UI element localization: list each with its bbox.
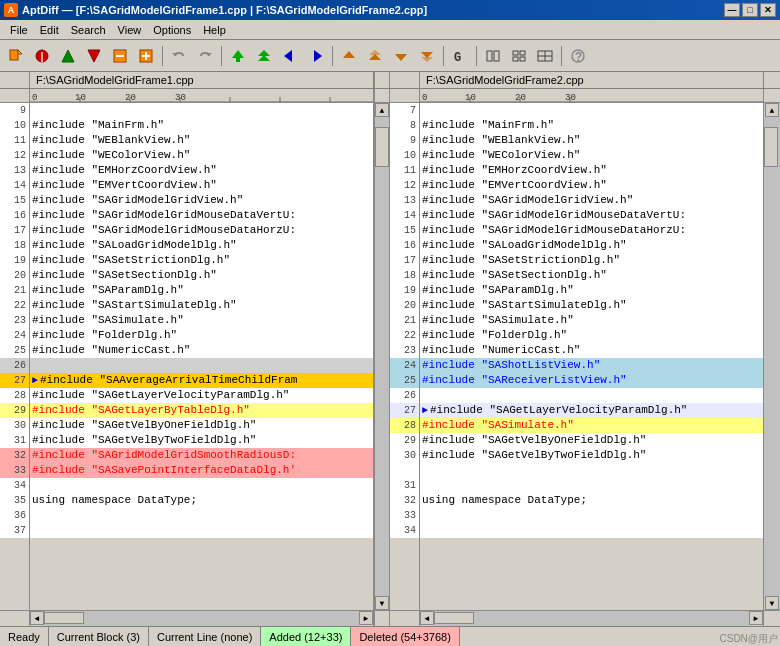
toolbar-btn-4[interactable] <box>82 44 106 68</box>
svg-text:20: 20 <box>515 93 526 102</box>
code-line: #include "SASimulate.h" <box>420 418 763 433</box>
toolbar-btn-5[interactable] <box>108 44 132 68</box>
line-num: 34 <box>390 523 419 538</box>
code-line: #include "SAGridModelGridMouseDataHorzU: <box>30 223 373 238</box>
left-hscroll[interactable]: ◄ ► <box>30 611 374 626</box>
line-num: 28 <box>390 418 419 433</box>
toolbar-view2[interactable] <box>507 44 531 68</box>
toolbar-btn-2[interactable]: | <box>30 44 54 68</box>
toolbar-btn-1[interactable] <box>4 44 28 68</box>
toolbar-up3[interactable] <box>337 44 361 68</box>
toolbar-up4[interactable] <box>363 44 387 68</box>
toolbar-help[interactable]: ? <box>566 44 590 68</box>
line-num <box>390 463 419 478</box>
right-scrollbar[interactable]: ▲ ▼ <box>764 103 780 610</box>
maximize-button[interactable]: □ <box>742 3 758 17</box>
close-button[interactable]: ✕ <box>760 3 776 17</box>
toolbar-down1[interactable] <box>389 44 413 68</box>
code-line: #include "SAGridModelGridMouseDataVertU: <box>30 208 373 223</box>
svg-marker-24 <box>421 57 433 62</box>
scroll-up-btn[interactable]: ▲ <box>375 103 389 117</box>
status-bar: Ready Current Block (3) Current Line (no… <box>0 626 780 646</box>
line-num: 11 <box>390 163 419 178</box>
toolbar-redo[interactable] <box>193 44 217 68</box>
menu-bar: File Edit Search View Options Help <box>0 20 780 40</box>
line-num: 23 <box>390 343 419 358</box>
code-line: #include "SASetStrictionDlg.h" <box>30 253 373 268</box>
toolbar-view3[interactable] <box>533 44 557 68</box>
toolbar-down2[interactable] <box>415 44 439 68</box>
right-hscroll-thumb[interactable] <box>434 612 474 624</box>
menu-help[interactable]: Help <box>197 20 232 39</box>
svg-text:0: 0 <box>32 93 37 102</box>
code-line: #include "EMVertCoordView.h" <box>30 178 373 193</box>
line-num: 18 <box>0 238 29 253</box>
line-num: 21 <box>0 283 29 298</box>
code-line: #include "NumericCast.h" <box>30 343 373 358</box>
left-hscroll-left[interactable]: ◄ <box>30 611 44 625</box>
toolbar-right[interactable] <box>304 44 328 68</box>
svg-rect-26 <box>487 51 492 61</box>
code-line: #include "EMVertCoordView.h" <box>420 178 763 193</box>
left-ruler: 0 10 20 30 <box>30 89 373 102</box>
right-hscroll[interactable]: ◄ ► <box>420 611 764 626</box>
toolbar-sep-6 <box>561 46 562 66</box>
svg-marker-11 <box>172 53 178 56</box>
code-line: #include "SAGridModelGridMouseDataVertU: <box>420 208 763 223</box>
menu-options[interactable]: Options <box>147 20 197 39</box>
line-num: 7 <box>390 103 419 118</box>
code-line: #include "FolderDlg.h" <box>30 328 373 343</box>
code-line: using namespace DataType; <box>30 493 373 508</box>
toolbar-btn-3[interactable] <box>56 44 80 68</box>
toolbar-btn-6[interactable] <box>134 44 158 68</box>
toolbar-view1[interactable] <box>481 44 505 68</box>
left-hscroll-right[interactable]: ► <box>359 611 373 625</box>
scroll-thumb[interactable] <box>375 127 389 167</box>
status-block: Current Block (3) <box>49 627 149 646</box>
title-text: AptDiff — [F:\SAGridModelGridFrame1.cpp … <box>22 4 427 16</box>
menu-search[interactable]: Search <box>65 20 112 39</box>
code-line: #include "SALoadGridModelDlg.h" <box>420 238 763 253</box>
line-num: 30 <box>0 418 29 433</box>
toolbar-undo[interactable] <box>167 44 191 68</box>
code-line: #include "SAGridModelGridView.h" <box>30 193 373 208</box>
line-num: 15 <box>0 193 29 208</box>
scroll-down-btn[interactable]: ▼ <box>375 596 389 610</box>
right-scroll-down-btn[interactable]: ▼ <box>765 596 779 610</box>
code-line: #include "SASimulate.h" <box>420 313 763 328</box>
right-scroll-thumb[interactable] <box>764 127 778 167</box>
right-hscroll-right[interactable]: ► <box>749 611 763 625</box>
line-num: 32 <box>390 493 419 508</box>
left-code-pane[interactable]: #include "MainFrm.h"#include "WEBlankVie… <box>30 103 374 610</box>
right-code-pane[interactable]: #include "MainFrm.h"#include "WEBlankVie… <box>420 103 764 610</box>
toolbar-up2[interactable] <box>252 44 276 68</box>
line-num: 19 <box>0 253 29 268</box>
minimize-button[interactable]: — <box>724 3 740 17</box>
code-line: #include "EMHorzCoordView.h" <box>30 163 373 178</box>
line-num: 19 <box>390 283 419 298</box>
line-num: 35 <box>0 493 29 508</box>
line-num: 26 <box>390 388 419 403</box>
code-line: #include "MainFrm.h" <box>420 118 763 133</box>
toolbar-up1[interactable] <box>226 44 250 68</box>
right-scroll-up-btn[interactable]: ▲ <box>765 103 779 117</box>
line-num: 14 <box>390 208 419 223</box>
toolbar-goto[interactable]: G <box>448 44 472 68</box>
left-hscroll-thumb[interactable] <box>44 612 84 624</box>
svg-marker-4 <box>62 50 74 62</box>
center-scrollbar[interactable]: ▲ ▼ <box>374 103 390 610</box>
right-hscroll-left[interactable]: ◄ <box>420 611 434 625</box>
line-num: 15 <box>390 223 419 238</box>
line-num: 33 <box>0 463 29 478</box>
code-line: #include "SAGetVelByTwoFieldDlg.h" <box>30 433 373 448</box>
status-deleted: Deleted (54+3768) <box>351 627 459 646</box>
line-num: 17 <box>390 253 419 268</box>
menu-edit[interactable]: Edit <box>34 20 65 39</box>
arrow-icon: ► <box>422 405 428 416</box>
code-line: #include "SASavePointInterfaceDataDlg.h' <box>30 463 373 478</box>
code-line: #include "SAGridModelGridSmoothRadiousD: <box>30 448 373 463</box>
toolbar-left[interactable] <box>278 44 302 68</box>
menu-view[interactable]: View <box>112 20 148 39</box>
menu-file[interactable]: File <box>4 20 34 39</box>
svg-marker-21 <box>369 50 381 55</box>
